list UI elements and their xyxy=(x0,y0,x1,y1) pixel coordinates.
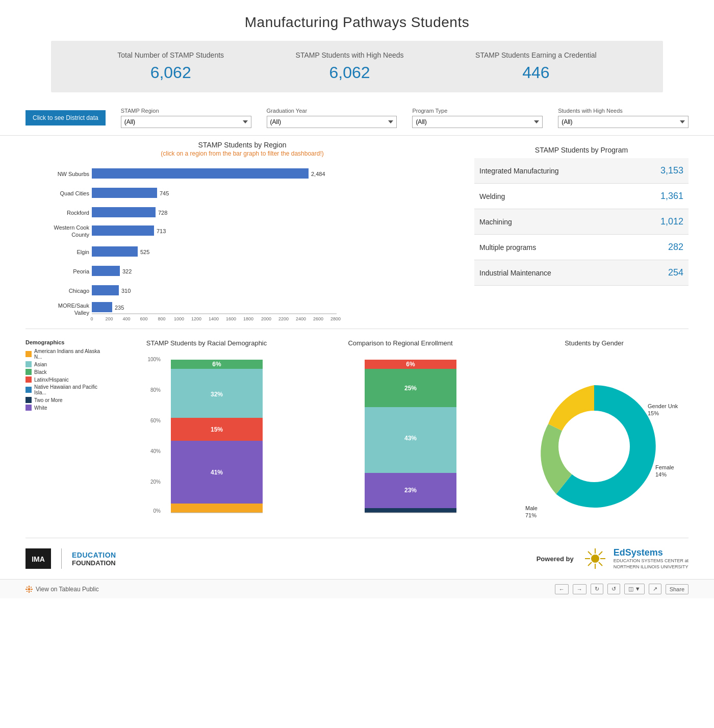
ima-logo: IMA xyxy=(26,548,51,569)
bar-group-chicago[interactable]: Chicago 310 xyxy=(69,285,131,295)
svg-text:2000: 2000 xyxy=(261,316,271,321)
svg-rect-56 xyxy=(171,504,263,513)
ed-foundation-text: EDUCATION xyxy=(72,551,116,559)
svg-text:Peoria: Peoria xyxy=(73,268,90,274)
svg-text:6%: 6% xyxy=(212,361,221,368)
region-select[interactable]: (All) xyxy=(121,116,251,128)
svg-text:1400: 1400 xyxy=(209,316,219,321)
high-needs-filter-label: Students with High Needs xyxy=(558,108,688,114)
bar-group-nw[interactable]: NW Suburbs 2,484 xyxy=(58,168,325,179)
legend-label-3: Latinx/Hispanic xyxy=(34,377,69,383)
svg-text:80%: 80% xyxy=(150,387,161,393)
legend-item-3: Latinx/Hispanic xyxy=(26,376,107,383)
racial-stacked-bar[interactable]: 100% 80% 60% 40% 20% 0% 6% 32% 15% 41% xyxy=(143,352,270,525)
kpi-total: Total Number of STAMP Students 6,062 xyxy=(117,51,224,82)
reset-button[interactable]: ↻ xyxy=(591,584,603,594)
svg-text:2400: 2400 xyxy=(296,316,306,321)
bar-group-peoria[interactable]: Peoria 322 xyxy=(73,266,132,276)
high-needs-select[interactable]: (All) xyxy=(558,116,688,128)
ima-icon: IMA xyxy=(26,548,51,569)
legend-color-6 xyxy=(26,405,32,411)
svg-text:14%: 14% xyxy=(655,471,667,478)
filters-section: Click to see District data STAMP Region … xyxy=(0,101,714,136)
gender-unknown-label: Gender Unknown xyxy=(648,403,678,409)
kpi-credential: STAMP Students Earning a Credential 446 xyxy=(475,51,597,82)
tableau-footer: View on Tableau Public ← → ↻ ↺ ◫ ▼ ↗ Sha… xyxy=(0,579,714,598)
tableau-link[interactable]: View on Tableau Public xyxy=(26,586,99,593)
bar-group-quad[interactable]: Quad Cities 745 xyxy=(60,188,169,198)
legend-item-1: Asian xyxy=(26,361,107,367)
kpi-high-needs: STAMP Students with High Needs 6,062 xyxy=(296,51,404,82)
share-button[interactable]: Share xyxy=(666,584,688,594)
svg-text:41%: 41% xyxy=(211,469,223,476)
program-value-2: 1,012 xyxy=(660,216,683,227)
legend-color-1 xyxy=(26,361,32,367)
edsystems-name: EdSystems xyxy=(614,547,688,558)
kpi-high-needs-value: 6,062 xyxy=(296,63,404,82)
programs-title: STAMP Students by Program xyxy=(474,141,688,154)
svg-rect-83 xyxy=(29,591,30,593)
bar-group-western-cook[interactable]: Western Cook County 713 xyxy=(54,224,166,238)
program-name-0: Integrated Manufacturing xyxy=(479,167,559,175)
svg-rect-7 xyxy=(92,207,156,217)
donut-hole xyxy=(558,411,630,482)
program-name-3: Multiple programs xyxy=(479,243,536,252)
svg-text:2200: 2200 xyxy=(278,316,289,321)
demographics-section: Demographics American Indians and Alaska… xyxy=(0,329,714,538)
svg-rect-11 xyxy=(92,225,154,236)
ed-foundation-sub: FOUNDATION xyxy=(72,559,116,567)
svg-rect-24 xyxy=(92,302,112,312)
fullscreen-button[interactable]: ↗ xyxy=(649,584,661,594)
svg-line-78 xyxy=(588,562,592,566)
ed-foundation-logo: EDUCATION FOUNDATION xyxy=(72,551,116,567)
svg-text:2600: 2600 xyxy=(313,316,323,321)
legend-color-4 xyxy=(26,387,32,393)
svg-text:1600: 1600 xyxy=(226,316,236,321)
legend-color-2 xyxy=(26,369,32,375)
redo-button[interactable]: → xyxy=(573,584,586,594)
district-button[interactable]: Click to see District data xyxy=(26,110,106,125)
svg-rect-86 xyxy=(27,587,28,588)
svg-text:County: County xyxy=(71,232,89,238)
powered-label: Powered by xyxy=(537,555,574,563)
undo-button[interactable]: ← xyxy=(555,584,569,594)
graduation-select[interactable]: (All) xyxy=(267,116,397,128)
program-value-1: 1,361 xyxy=(660,191,683,202)
svg-text:400: 400 xyxy=(122,316,130,321)
page-header: Manufacturing Pathways Students xyxy=(0,0,714,41)
gender-donut[interactable]: Gender Unknown 15% Female 14% Male 71% xyxy=(510,352,678,525)
legend-item-4: Native Hawaiian and Pacific Isla... xyxy=(26,384,107,395)
svg-line-80 xyxy=(588,551,592,555)
svg-text:310: 310 xyxy=(121,288,131,294)
ima-svg-icon: IMA xyxy=(26,548,51,569)
demographics-legend: Demographics American Indians and Alaska… xyxy=(26,339,107,412)
bar-group-rockford[interactable]: Rockford 728 xyxy=(67,207,167,217)
svg-rect-84 xyxy=(26,589,28,590)
kpi-total-value: 6,062 xyxy=(117,63,224,82)
svg-rect-87 xyxy=(31,587,32,588)
region-filter: STAMP Region (All) xyxy=(121,108,251,128)
svg-text:745: 745 xyxy=(160,190,169,196)
region-bar-chart[interactable]: NW Suburbs 2,484 Quad Cities 745 Rockfor… xyxy=(26,163,342,321)
svg-text:100%: 100% xyxy=(147,357,161,362)
layout-button[interactable]: ◫ ▼ xyxy=(624,584,645,594)
legend-color-0 xyxy=(26,351,32,357)
svg-text:Quad Cities: Quad Cities xyxy=(60,190,90,196)
svg-text:Western Cook: Western Cook xyxy=(54,224,90,231)
page-title: Manufacturing Pathways Students xyxy=(0,14,714,31)
refresh-button[interactable]: ↺ xyxy=(607,584,620,594)
region-chart-title: STAMP Students by Region xyxy=(26,141,459,149)
svg-text:Valley: Valley xyxy=(74,310,90,316)
regional-stacked-bar[interactable]: 6% 25% 43% 23% xyxy=(337,352,464,525)
svg-rect-90 xyxy=(28,588,30,590)
bar-group-elgin[interactable]: Elgin 525 xyxy=(77,246,150,257)
program-row-2: Machining 1,012 xyxy=(474,209,688,235)
program-row-1: Welding 1,361 xyxy=(474,184,688,209)
legend-item-2: Black xyxy=(26,369,107,375)
legend-label-2: Black xyxy=(34,369,46,375)
edsystems-icon xyxy=(581,546,609,571)
regional-enrollment-title: Comparison to Regional Enrollment xyxy=(306,339,495,347)
svg-rect-14 xyxy=(92,246,138,257)
svg-text:15%: 15% xyxy=(211,426,223,433)
program-select[interactable]: (All) xyxy=(412,116,543,128)
